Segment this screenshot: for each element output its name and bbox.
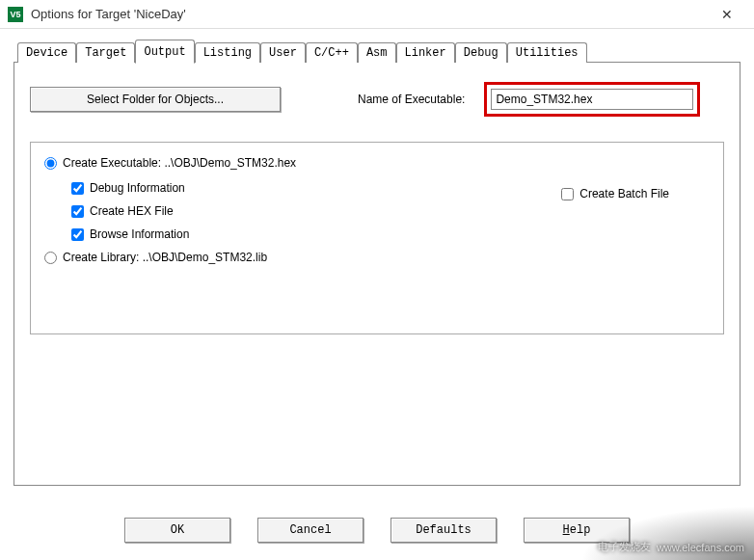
browse-info-check[interactable] bbox=[71, 228, 84, 241]
cancel-button[interactable]: Cancel bbox=[257, 518, 364, 543]
tab-device[interactable]: Device bbox=[17, 42, 76, 63]
exe-name-input[interactable] bbox=[491, 89, 693, 110]
tab-strip: DeviceTargetOutputListingUserC/C++AsmLin… bbox=[13, 40, 741, 63]
output-group: Create Executable: ..\OBJ\Demo_STM32.hex… bbox=[30, 142, 724, 334]
tab-asm[interactable]: Asm bbox=[358, 42, 396, 63]
create-lib-radio[interactable] bbox=[44, 252, 57, 264]
hex-file-label: Create HEX File bbox=[90, 204, 174, 218]
tab-output[interactable]: Output bbox=[135, 40, 194, 64]
create-exec-radio-row[interactable]: Create Executable: ..\OBJ\Demo_STM32.hex bbox=[44, 156, 710, 170]
browse-info-row[interactable]: Browse Information bbox=[71, 227, 710, 241]
app-icon: V5 bbox=[8, 7, 23, 22]
debug-info-label: Debug Information bbox=[90, 181, 185, 195]
hex-file-row[interactable]: Create HEX File bbox=[71, 204, 710, 218]
tab-debug[interactable]: Debug bbox=[455, 42, 507, 63]
create-lib-label: Create Library: ..\OBJ\Demo_STM32.lib bbox=[63, 251, 267, 264]
titlebar: V5 Options for Target 'NiceDay' ✕ bbox=[0, 0, 754, 29]
hex-file-check[interactable] bbox=[71, 205, 84, 218]
debug-info-check[interactable] bbox=[71, 182, 84, 195]
tab-target[interactable]: Target bbox=[76, 42, 135, 63]
window-title: Options for Target 'NiceDay' bbox=[31, 7, 708, 21]
tab-linker[interactable]: Linker bbox=[396, 42, 455, 63]
tab-user[interactable]: User bbox=[260, 42, 306, 63]
select-folder-button[interactable]: Select Folder for Objects... bbox=[30, 87, 281, 112]
help-button[interactable]: Help bbox=[524, 518, 630, 543]
batch-file-check[interactable] bbox=[561, 188, 574, 200]
browse-info-label: Browse Information bbox=[90, 227, 189, 241]
top-row: Select Folder for Objects... Name of Exe… bbox=[30, 82, 724, 117]
create-lib-radio-row[interactable]: Create Library: ..\OBJ\Demo_STM32.lib bbox=[44, 251, 710, 264]
batch-file-label: Create Batch File bbox=[579, 187, 669, 200]
close-icon[interactable]: ✕ bbox=[708, 1, 746, 28]
watermark-url: www.elecfans.com bbox=[657, 542, 744, 553]
exe-name-label: Name of Executable: bbox=[358, 93, 465, 106]
create-exec-label: Create Executable: ..\OBJ\Demo_STM32.hex bbox=[63, 156, 296, 170]
defaults-button[interactable]: Defaults bbox=[390, 518, 497, 543]
ok-button[interactable]: OK bbox=[124, 518, 230, 543]
dialog-body: DeviceTargetOutputListingUserC/C++AsmLin… bbox=[0, 29, 754, 486]
tab-listing[interactable]: Listing bbox=[195, 42, 260, 63]
tab-c-c-[interactable]: C/C++ bbox=[306, 42, 358, 63]
create-exec-radio[interactable] bbox=[44, 157, 57, 170]
tab-utilities[interactable]: Utilities bbox=[507, 42, 587, 63]
batch-file-row[interactable]: Create Batch File bbox=[561, 187, 669, 200]
exe-highlight-box bbox=[484, 82, 700, 117]
dialog-buttons: OK Cancel Defaults Help bbox=[0, 518, 754, 543]
output-tab-panel: Select Folder for Objects... Name of Exe… bbox=[13, 62, 741, 486]
